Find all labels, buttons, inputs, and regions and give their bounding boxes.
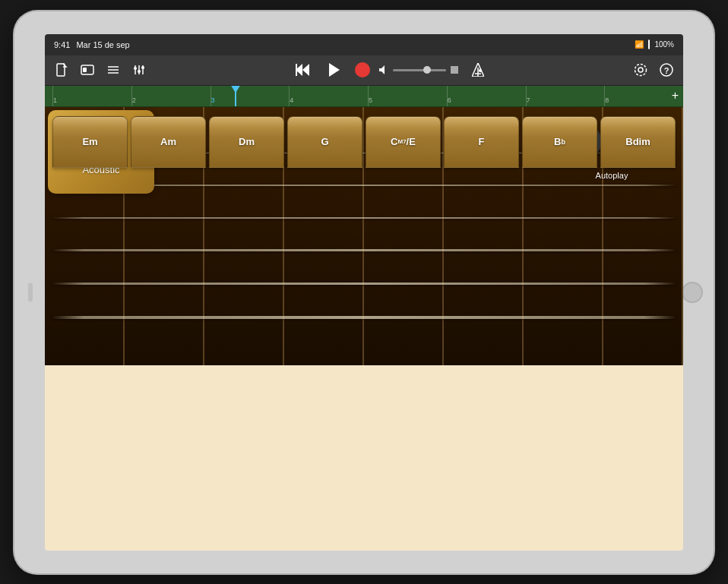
rewind-button[interactable] [291, 58, 314, 81]
battery-percent: 100% [654, 40, 674, 49]
metronome-button[interactable] [467, 59, 489, 80]
settings-button[interactable] [630, 59, 651, 80]
side-button[interactable] [28, 283, 33, 301]
svg-point-11 [141, 66, 144, 69]
string-4 [52, 249, 676, 251]
ruler-marks: 1 2 3 4 5 6 7 8 [45, 86, 683, 106]
svg-point-22 [635, 65, 647, 76]
status-time: 9:41 [54, 40, 70, 49]
guitar-area: 🎸 Acoustic [45, 107, 683, 365]
svg-marker-15 [329, 63, 340, 77]
mixer-button[interactable] [128, 59, 150, 80]
ruler-mark-2: 2 [131, 86, 210, 106]
ruler-mark-1: 1 [52, 86, 131, 106]
svg-text:?: ? [664, 66, 669, 75]
battery-icon [648, 40, 650, 49]
status-bar: 9:41 Mar 15 de sep 📶 100% [45, 34, 683, 55]
string-5 [52, 283, 676, 285]
play-button[interactable] [323, 58, 346, 81]
chord-dm[interactable]: Dm [209, 116, 284, 168]
wifi-icon: 📶 [635, 40, 644, 49]
autoplay-label: Autoplay [596, 171, 628, 180]
volume-slider[interactable] [393, 69, 446, 71]
svg-rect-14 [296, 64, 297, 76]
chord-em[interactable]: Em [52, 116, 128, 168]
ruler-mark-6: 6 [447, 86, 526, 106]
chord-cm7e[interactable]: CM7/E [366, 116, 441, 168]
chord-f[interactable]: F [444, 116, 519, 168]
ruler-mark-7: 7 [526, 86, 605, 106]
timeline: 1 2 3 4 5 6 7 8 + [45, 86, 683, 107]
svg-rect-0 [57, 64, 65, 76]
ipad-frame: 9:41 Mar 15 de sep 📶 100% [14, 11, 714, 573]
svg-point-9 [138, 70, 141, 73]
string-6 [52, 316, 676, 319]
svg-point-21 [638, 68, 643, 72]
ruler-mark-5: 5 [368, 86, 447, 106]
volume-low-icon [379, 65, 388, 74]
chords-row: Em Am Dm G CM7/E F Bb Bdi [45, 107, 683, 168]
playhead [235, 86, 236, 106]
svg-marker-16 [379, 65, 385, 74]
ruler-mark-3: 3 [210, 86, 290, 106]
help-button[interactable]: ? [656, 59, 677, 80]
volume-knob [451, 66, 458, 74]
tracks-list-button[interactable] [103, 59, 124, 80]
chord-am[interactable]: Am [131, 116, 206, 168]
svg-point-7 [134, 67, 137, 70]
ruler-mark-4: 4 [289, 86, 368, 106]
content-area: 🎸 Acoustic [45, 107, 683, 551]
chord-g[interactable]: G [287, 116, 362, 168]
timeline-add-button[interactable]: + [672, 89, 679, 103]
svg-marker-12 [302, 64, 309, 76]
home-button[interactable] [682, 282, 703, 303]
string-3 [52, 217, 676, 219]
chord-bdim[interactable]: Bdim [600, 116, 676, 168]
track-view-button[interactable] [77, 59, 98, 80]
svg-point-20 [479, 69, 482, 72]
new-song-button[interactable] [51, 59, 72, 80]
svg-rect-2 [83, 68, 87, 72]
record-button[interactable] [355, 62, 370, 77]
toolbar: ? [45, 55, 683, 86]
status-date: Mar 15 de sep [76, 40, 129, 49]
ipad-screen: 9:41 Mar 15 de sep 📶 100% [45, 34, 683, 551]
chord-bb[interactable]: Bb [522, 116, 597, 168]
